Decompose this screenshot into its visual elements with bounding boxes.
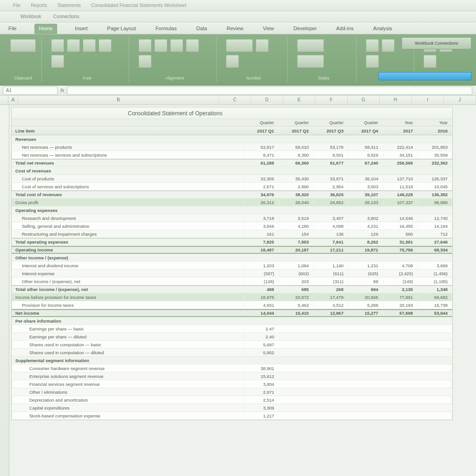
cell-grid[interactable]: Consolidated Statement of Operations Qua… (9, 105, 476, 476)
tab-addins[interactable]: Add-ins (334, 24, 355, 34)
value-cell[interactable]: (148) (383, 279, 418, 284)
value-cell[interactable]: 5,288 (348, 303, 383, 308)
value-cell[interactable]: 4,098 (313, 224, 348, 229)
line-item-label[interactable]: Provision for income taxes (12, 303, 244, 308)
value-cell[interactable]: 28,040 (279, 200, 314, 205)
fill-color-button[interactable] (99, 39, 112, 52)
value-cell[interactable]: 1,084 (279, 263, 314, 268)
value-cell[interactable]: 5,852 (244, 350, 279, 355)
value-cell[interactable]: 53,176 (313, 145, 348, 150)
highlighted-ribbon-item[interactable] (378, 72, 471, 80)
line-item-label[interactable]: Net revenues — products (12, 145, 244, 150)
column-header[interactable]: C (219, 96, 251, 105)
value-cell[interactable]: (625) (348, 271, 383, 276)
qat-item[interactable]: Statements (57, 3, 81, 8)
value-cell[interactable]: 24,852 (313, 200, 348, 205)
value-cell[interactable]: 20,193 (383, 303, 418, 308)
value-cell[interactable]: 39,107 (348, 192, 383, 197)
value-cell[interactable]: 58,010 (279, 145, 314, 150)
value-cell[interactable]: 4,231 (348, 224, 383, 229)
value-cell[interactable]: 66,360 (279, 160, 314, 165)
value-cell[interactable]: 3,946 (244, 224, 279, 229)
tab-pagelayout[interactable]: Page Layout (106, 24, 138, 34)
row-header-column[interactable] (0, 105, 9, 476)
line-item-label[interactable]: Operating expenses (12, 208, 244, 213)
table-header-cell[interactable]: 2017 (383, 128, 418, 133)
tab-insert[interactable]: Insert (73, 24, 90, 34)
value-cell[interactable]: 2,890 (279, 184, 314, 189)
select-all-corner[interactable] (0, 96, 8, 105)
column-header[interactable]: G (348, 96, 380, 105)
value-cell[interactable]: (602) (279, 271, 314, 276)
value-cell[interactable]: 18,487 (244, 247, 279, 252)
align-center-button[interactable] (154, 39, 167, 52)
value-cell[interactable]: 19,871 (348, 247, 383, 252)
italic-button[interactable] (67, 39, 80, 52)
number-format-dropdown[interactable] (226, 39, 253, 52)
underline-button[interactable] (83, 39, 96, 52)
value-cell[interactable]: 3,718 (244, 216, 279, 221)
value-cell[interactable]: 38,901 (244, 366, 279, 371)
value-cell[interactable]: 136 (313, 231, 348, 237)
line-item-label[interactable]: Capital expenditures (12, 405, 244, 410)
value-cell[interactable]: 10,045 (417, 184, 452, 189)
value-cell[interactable]: 3,407 (313, 216, 348, 221)
workbook-connections-panel[interactable]: Workbook Connections (402, 37, 471, 49)
value-cell[interactable]: 3,003 (348, 184, 383, 189)
value-cell[interactable]: 2,514 (244, 397, 279, 403)
column-header[interactable]: F (315, 96, 347, 105)
value-cell[interactable]: 61,677 (313, 160, 348, 165)
value-cell[interactable]: 3,999 (417, 263, 452, 268)
value-cell[interactable]: 34,151 (383, 152, 418, 158)
tab-file[interactable]: File (7, 24, 19, 34)
value-cell[interactable]: 33,871 (313, 176, 348, 181)
value-cell[interactable]: 15,277 (348, 311, 383, 316)
line-item-label[interactable]: Earnings per share — basic (12, 326, 244, 331)
line-item-label[interactable]: Enterprise solutions segment revenue (12, 374, 244, 379)
value-cell[interactable]: 1,190 (313, 263, 348, 268)
value-cell[interactable]: 58,411 (348, 145, 383, 150)
line-item-label[interactable]: Total operating expenses (12, 239, 244, 245)
find-select-button[interactable] (423, 55, 436, 68)
line-item-label[interactable]: Shares used in computation — basic (12, 342, 244, 347)
line-item-label[interactable]: Interest and dividend income (12, 263, 244, 268)
value-cell[interactable]: 34,976 (244, 192, 279, 197)
line-item-label[interactable]: Earnings per share — diluted (12, 334, 244, 339)
value-cell[interactable]: 256,565 (383, 160, 418, 165)
value-cell[interactable]: 20,565 (348, 295, 383, 300)
line-item-label[interactable]: Cost of services and subscriptions (12, 184, 244, 189)
value-cell[interactable]: 4,708 (383, 263, 418, 268)
delete-cell-button[interactable] (382, 39, 395, 52)
value-cell[interactable]: 14,044 (244, 311, 279, 316)
tab-analysis[interactable]: Analysis (371, 24, 394, 34)
value-cell[interactable]: 36,825 (313, 192, 348, 197)
value-cell[interactable]: 3,309 (244, 405, 279, 410)
value-cell[interactable]: 4,931 (244, 303, 279, 308)
value-cell[interactable]: 7,641 (313, 239, 348, 245)
line-item-label[interactable]: Net income (12, 311, 244, 316)
value-cell[interactable]: 3,902 (348, 216, 383, 221)
value-cell[interactable]: (587) (244, 271, 279, 276)
value-cell[interactable]: 61,288 (244, 160, 279, 165)
value-cell[interactable]: 17,211 (313, 247, 348, 252)
column-header[interactable]: B (18, 96, 219, 105)
value-cell[interactable]: 36,104 (348, 176, 383, 181)
value-cell[interactable]: 35,430 (279, 176, 314, 181)
column-header[interactable]: E (283, 96, 315, 105)
font-color-button[interactable] (51, 55, 64, 68)
value-cell[interactable]: 161 (244, 231, 279, 237)
value-cell[interactable]: 8,501 (313, 152, 348, 158)
value-cell[interactable]: (1,195) (417, 279, 452, 284)
value-cell[interactable]: 2,971 (244, 390, 279, 395)
line-item-label[interactable]: Shares used in computation — diluted (12, 350, 244, 355)
value-cell[interactable]: 15,612 (244, 374, 279, 379)
value-cell[interactable]: 18,975 (244, 295, 279, 300)
value-cell[interactable]: 30,509 (417, 152, 452, 158)
secondary-item[interactable]: Workbook (20, 14, 41, 19)
value-cell[interactable]: 20,872 (279, 295, 314, 300)
bold-button[interactable] (51, 39, 64, 52)
value-cell[interactable]: 1,231 (348, 263, 383, 268)
value-cell[interactable]: 77,891 (383, 295, 418, 300)
column-header[interactable]: H (380, 96, 412, 105)
value-cell[interactable]: 136,382 (417, 192, 452, 197)
